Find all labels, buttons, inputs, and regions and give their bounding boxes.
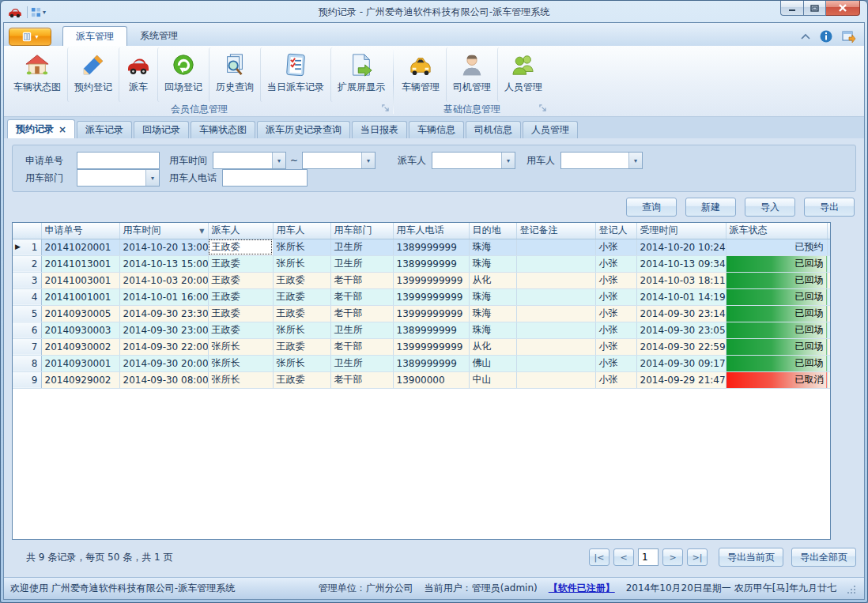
cell-remark[interactable] (516, 371, 595, 388)
row-header-cell[interactable]: ▶1 (13, 239, 41, 255)
new-button[interactable]: 新建 (685, 198, 736, 217)
export-all-pages-button[interactable]: 导出全部页 (791, 548, 856, 567)
row-header-cell[interactable]: 5 (13, 305, 41, 322)
cell-request-no[interactable]: 20141001001 (41, 288, 119, 305)
cell-registrar[interactable]: 小张 (595, 371, 636, 388)
cell-dispatcher[interactable]: 王政委 (208, 239, 273, 255)
column-header-9[interactable]: 登记人 (595, 223, 636, 239)
dropdown-arrow-icon[interactable]: ▾ (145, 170, 159, 186)
close-button[interactable] (826, 1, 860, 16)
cell-request-no[interactable]: 20141013001 (41, 255, 119, 272)
column-header-1[interactable]: 申请单号 (41, 223, 119, 239)
cell-use-time[interactable]: 2014-09-30 22:00 (119, 338, 208, 355)
quick-access-toolbar[interactable]: ▾ (27, 6, 49, 18)
cell-accept-time[interactable]: 2014-09-29 21:47 (636, 371, 726, 388)
doc-tab-2[interactable]: 回场记录 (134, 121, 189, 138)
column-header-11[interactable]: 派车状态 (726, 223, 827, 239)
dialog-launcher-icon[interactable] (382, 103, 389, 114)
column-header-7[interactable]: 目的地 (469, 223, 516, 239)
cell-request-no[interactable]: 20140930003 (41, 322, 119, 338)
dialog-launcher-icon[interactable] (539, 103, 546, 114)
cell-registrar[interactable]: 小张 (595, 288, 636, 305)
cell-registrar[interactable]: 小张 (595, 355, 636, 371)
cell-dispatcher[interactable]: 王政委 (208, 305, 273, 322)
column-header-6[interactable]: 用车人电话 (393, 223, 469, 239)
cell-accept-time[interactable]: 2014-10-20 10:24 (636, 239, 726, 255)
row-header-cell[interactable]: 8 (13, 355, 41, 371)
use-time-from-combo[interactable]: ▾ (213, 152, 286, 169)
cell-registrar[interactable]: 小张 (595, 322, 636, 338)
request-no-input[interactable] (77, 152, 160, 169)
table-row[interactable]: 3201410030012014-10-03 20:00王政委王政委老干部139… (13, 272, 831, 288)
cell-remark[interactable] (516, 322, 595, 338)
cell-remark[interactable] (516, 255, 595, 272)
row-header-cell[interactable]: 9 (13, 371, 41, 388)
dropdown-arrow-icon[interactable]: ▾ (361, 153, 375, 168)
table-row[interactable]: 7201409300022014-09-30 22:00张所长王政委老干部139… (13, 338, 831, 355)
cell-status[interactable]: 已回场 (726, 322, 827, 338)
first-page-button[interactable]: |< (589, 548, 609, 566)
row-header-cell[interactable]: 6 (13, 322, 41, 338)
doc-tab-7[interactable]: 司机信息 (466, 121, 521, 138)
cell-car-user[interactable]: 王政委 (273, 338, 330, 355)
column-header-3[interactable]: 派车人 (208, 223, 273, 239)
doc-tab-5[interactable]: 当日报表 (352, 121, 407, 138)
export-button[interactable]: 导出 (804, 198, 855, 217)
cell-request-no[interactable]: 20140929002 (41, 371, 119, 388)
table-row[interactable]: ▶1201410200012014-10-20 13:00王政委张所长卫生所13… (13, 239, 831, 255)
cell-request-no[interactable]: 20141003001 (41, 272, 119, 288)
table-row[interactable]: 4201410010012014-10-01 16:00王政委王政委老干部139… (13, 288, 831, 305)
cell-dispatcher[interactable]: 王政委 (208, 288, 273, 305)
cell-use-time[interactable]: 2014-09-30 20:00 (119, 355, 208, 371)
row-header-cell[interactable]: 4 (13, 288, 41, 305)
ribbon-tab-system[interactable]: 系统管理 (127, 26, 191, 46)
cell-request-no[interactable]: 20140930005 (41, 305, 119, 322)
table-row[interactable]: 2201410130012014-10-13 15:00王政委张所长卫生所138… (13, 255, 831, 272)
cell-accept-time[interactable]: 2014-09-30 22:59 (636, 338, 726, 355)
car-user-combo[interactable]: ▾ (560, 152, 643, 169)
cell-remark[interactable] (516, 355, 595, 371)
cell-use-time[interactable]: 2014-10-20 13:00 (119, 239, 208, 255)
cell-status[interactable]: 已回场 (726, 355, 827, 371)
chevron-down-icon[interactable]: ▾ (43, 9, 46, 16)
cell-status[interactable]: 已回场 (726, 305, 827, 322)
resize-grip[interactable] (847, 586, 856, 597)
ribbon-button-history-search[interactable]: 历史查询 (209, 47, 260, 102)
cell-accept-time[interactable]: 2014-10-03 18:11 (636, 272, 726, 288)
ribbon-button-staff-manage[interactable]: 人员管理 (497, 47, 549, 102)
cell-destination[interactable]: 珠海 (469, 255, 516, 272)
cell-registrar[interactable]: 小张 (595, 272, 636, 288)
cell-status[interactable]: 已回场 (726, 255, 827, 272)
ribbon-button-dispatch-car[interactable]: 派车 (119, 47, 157, 102)
cell-dispatcher[interactable]: 张所长 (208, 355, 273, 371)
cell-accept-time[interactable]: 2014-09-30 23:14 (636, 305, 726, 322)
cell-accept-time[interactable]: 2014-09-30 09:17 (636, 355, 726, 371)
ribbon-tab-dispatch[interactable]: 派车管理 (62, 26, 127, 46)
cell-car-user[interactable]: 张所长 (273, 255, 330, 272)
ribbon-button-reservation-register[interactable]: 预约登记 (67, 47, 119, 102)
cell-destination[interactable]: 珠海 (469, 288, 516, 305)
department-combo[interactable]: ▾ (77, 169, 160, 187)
cell-department[interactable]: 老干部 (330, 272, 393, 288)
export-current-page-button[interactable]: 导出当前页 (719, 548, 783, 567)
ribbon-button-driver-manage[interactable]: 司机管理 (446, 47, 497, 102)
ribbon-button-vehicle-status[interactable]: 车辆状态图 (7, 47, 67, 102)
cell-phone[interactable]: 1389999999 (393, 255, 469, 272)
import-button[interactable]: 导入 (745, 198, 795, 217)
cell-destination[interactable]: 从化 (469, 272, 516, 288)
cell-use-time[interactable]: 2014-10-01 16:00 (119, 288, 208, 305)
cell-remark[interactable] (516, 305, 595, 322)
cell-remark[interactable] (516, 239, 595, 255)
license-link[interactable]: 【软件已注册】 (549, 582, 615, 595)
cell-status[interactable]: 已回场 (726, 288, 827, 305)
cell-use-time[interactable]: 2014-10-13 15:00 (119, 255, 208, 272)
doc-tab-8[interactable]: 人员管理 (523, 121, 578, 138)
cell-use-time[interactable]: 2014-10-03 20:00 (119, 272, 208, 288)
row-header-cell[interactable]: 7 (13, 338, 41, 355)
column-header-10[interactable]: 受理时间 (636, 223, 726, 239)
cell-phone[interactable]: 1389999999 (393, 322, 469, 338)
cell-request-no[interactable]: 20140930002 (41, 338, 119, 355)
cell-status[interactable]: 已取消 (726, 371, 827, 388)
cell-accept-time[interactable]: 2014-09-30 23:05 (636, 322, 726, 338)
minimize-button[interactable] (780, 1, 803, 16)
